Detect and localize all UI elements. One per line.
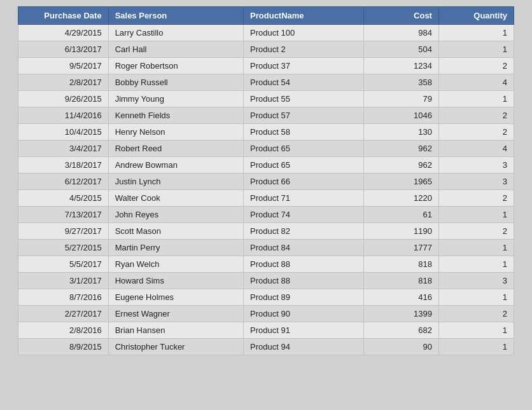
cell-quantity: 1 (438, 322, 514, 339)
cell-quantity: 3 (438, 273, 514, 289)
cell-salesperson: Carl Hall (108, 41, 243, 58)
table-row: 2/27/2017Ernest WagnerProduct 9013992 (18, 306, 514, 322)
table-row: 6/12/2017Justin LynchProduct 6619653 (18, 174, 514, 190)
cell-product: Product 89 (244, 289, 364, 306)
table-row: 9/26/2015Jimmy YoungProduct 55791 (18, 91, 514, 107)
table-row: 4/29/2015Larry CastilloProduct 1009841 (18, 25, 514, 41)
cell-salesperson: Christopher Tucker (108, 339, 243, 355)
main-table-container: Purchase Date Sales Person ProductName C… (18, 6, 514, 355)
table-header-row: Purchase Date Sales Person ProductName C… (18, 7, 514, 25)
cell-salesperson: Robert Reed (108, 140, 243, 157)
cell-product: Product 94 (244, 339, 364, 355)
cell-quantity: 4 (438, 74, 514, 91)
cell-quantity: 1 (438, 339, 514, 355)
cell-salesperson: Justin Lynch (108, 174, 243, 190)
header-quantity: Quantity (438, 7, 514, 25)
cell-cost: 1399 (363, 306, 438, 322)
cell-salesperson: Jimmy Young (108, 91, 243, 107)
cell-product: Product 55 (244, 91, 364, 107)
cell-date: 11/4/2016 (18, 107, 109, 124)
cell-date: 4/5/2015 (18, 190, 109, 207)
cell-date: 7/13/2017 (18, 207, 109, 223)
cell-product: Product 58 (244, 124, 364, 140)
cell-product: Product 84 (244, 240, 364, 256)
cell-product: Product 100 (244, 25, 364, 41)
cell-product: Product 82 (244, 223, 364, 240)
header-sales-person: Sales Person (108, 7, 243, 25)
cell-salesperson: Andrew Bowman (108, 157, 243, 174)
table-row: 2/8/2016Brian HansenProduct 916821 (18, 322, 514, 339)
cell-cost: 962 (363, 140, 438, 157)
cell-date: 5/5/2017 (18, 256, 109, 273)
table-row: 7/13/2017John ReyesProduct 74611 (18, 207, 514, 223)
cell-quantity: 1 (438, 207, 514, 223)
table-row: 3/1/2017Howard SimsProduct 888183 (18, 273, 514, 289)
header-product-name: ProductName (244, 7, 364, 25)
data-table: Purchase Date Sales Person ProductName C… (18, 6, 514, 355)
cell-quantity: 2 (438, 223, 514, 240)
cell-date: 2/8/2017 (18, 74, 109, 91)
cell-cost: 984 (363, 25, 438, 41)
cell-cost: 818 (363, 273, 438, 289)
cell-quantity: 2 (438, 107, 514, 124)
cell-date: 4/29/2015 (18, 25, 109, 41)
table-row: 5/5/2017Ryan WelchProduct 888181 (18, 256, 514, 273)
table-row: 3/18/2017Andrew BowmanProduct 659623 (18, 157, 514, 174)
cell-cost: 130 (363, 124, 438, 140)
table-row: 6/13/2017Carl HallProduct 25041 (18, 41, 514, 58)
cell-product: Product 66 (244, 174, 364, 190)
table-row: 8/9/2015Christopher TuckerProduct 94901 (18, 339, 514, 355)
table-row: 11/4/2016Kenneth FieldsProduct 5710462 (18, 107, 514, 124)
cell-cost: 358 (363, 74, 438, 91)
cell-date: 6/13/2017 (18, 41, 109, 58)
cell-date: 9/5/2017 (18, 58, 109, 74)
cell-quantity: 2 (438, 124, 514, 140)
cell-cost: 1046 (363, 107, 438, 124)
cell-date: 9/26/2015 (18, 91, 109, 107)
cell-product: Product 74 (244, 207, 364, 223)
cell-quantity: 4 (438, 140, 514, 157)
cell-product: Product 88 (244, 256, 364, 273)
table-row: 5/27/2015Martin PerryProduct 8417771 (18, 240, 514, 256)
table-row: 9/27/2017Scott MasonProduct 8211902 (18, 223, 514, 240)
cell-date: 3/18/2017 (18, 157, 109, 174)
cell-cost: 79 (363, 91, 438, 107)
cell-product: Product 57 (244, 107, 364, 124)
cell-product: Product 2 (244, 41, 364, 58)
cell-quantity: 1 (438, 256, 514, 273)
cell-salesperson: Howard Sims (108, 273, 243, 289)
cell-product: Product 37 (244, 58, 364, 74)
cell-salesperson: Martin Perry (108, 240, 243, 256)
cell-cost: 1220 (363, 190, 438, 207)
cell-cost: 1190 (363, 223, 438, 240)
cell-date: 9/27/2017 (18, 223, 109, 240)
cell-cost: 1965 (363, 174, 438, 190)
cell-quantity: 1 (438, 41, 514, 58)
cell-salesperson: Kenneth Fields (108, 107, 243, 124)
cell-product: Product 54 (244, 74, 364, 91)
cell-cost: 682 (363, 322, 438, 339)
table-row: 9/5/2017Roger RobertsonProduct 3712342 (18, 58, 514, 74)
cell-cost: 818 (363, 256, 438, 273)
cell-product: Product 65 (244, 157, 364, 174)
cell-salesperson: Henry Nelson (108, 124, 243, 140)
cell-quantity: 2 (438, 306, 514, 322)
cell-product: Product 65 (244, 140, 364, 157)
cell-date: 10/4/2015 (18, 124, 109, 140)
table-body: 4/29/2015Larry CastilloProduct 10098416/… (18, 25, 514, 355)
cell-product: Product 90 (244, 306, 364, 322)
cell-salesperson: Brian Hansen (108, 322, 243, 339)
table-row: 2/8/2017Bobby RussellProduct 543584 (18, 74, 514, 91)
table-row: 8/7/2016Eugene HolmesProduct 894161 (18, 289, 514, 306)
cell-cost: 962 (363, 157, 438, 174)
cell-date: 3/4/2017 (18, 140, 109, 157)
cell-date: 8/7/2016 (18, 289, 109, 306)
cell-cost: 90 (363, 339, 438, 355)
cell-salesperson: Larry Castillo (108, 25, 243, 41)
cell-product: Product 71 (244, 190, 364, 207)
cell-salesperson: Scott Mason (108, 223, 243, 240)
cell-salesperson: Walter Cook (108, 190, 243, 207)
cell-quantity: 2 (438, 58, 514, 74)
cell-cost: 416 (363, 289, 438, 306)
cell-quantity: 1 (438, 91, 514, 107)
